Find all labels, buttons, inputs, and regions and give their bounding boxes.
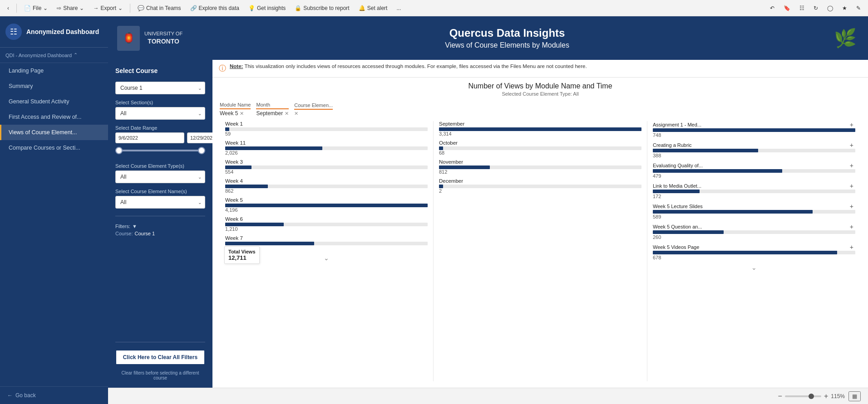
report-subtitle: Views of Course Elements by Modules — [182, 41, 832, 49]
bar-row — [225, 185, 428, 188]
bar-fill — [225, 223, 284, 226]
star-btn[interactable]: ★ — [838, 3, 851, 13]
element-bar-item[interactable]: Creating a Rubric + 388 — [653, 141, 855, 158]
sidebar-go-back[interactable]: ← Go back — [0, 386, 108, 404]
explore-btn[interactable]: 🔗 Explore this data — [187, 3, 243, 13]
date-range-row — [115, 132, 205, 143]
page-fit-btn[interactable]: ▦ — [848, 391, 861, 401]
element-bar-count: 388 — [653, 153, 855, 158]
section-select-wrapper: All ⌄ — [115, 107, 205, 120]
zoom-control: − + 115% — [778, 392, 845, 400]
bar-fill — [653, 149, 758, 152]
course-select[interactable]: Course 1 — [115, 82, 205, 94]
element-bar-item[interactable]: Week 5 Lecture Slides + 589 — [653, 203, 855, 219]
bar-fill — [439, 127, 641, 131]
fullscreen-btn[interactable]: ◯ — [824, 3, 837, 13]
sidebar-title: Anonymized Dashboard — [26, 28, 99, 35]
zoom-slider[interactable] — [785, 395, 821, 397]
element-bar-name: Link to Media Outlet... — [653, 183, 848, 189]
module-bar-item[interactable]: Week 5 4,196 — [225, 197, 428, 213]
sidebar-item-first-access[interactable]: First Access and Review of... — [0, 109, 108, 125]
range-thumb-left[interactable] — [115, 147, 123, 154]
element-bar-plus[interactable]: + — [848, 182, 855, 190]
bar-name: Week 4 — [225, 178, 428, 184]
zoom-out-btn[interactable]: − — [778, 392, 782, 400]
sidebar-item-compare[interactable]: Compare Courses or Secti... — [0, 140, 108, 156]
bar-track — [653, 128, 855, 132]
bar-track — [225, 223, 428, 226]
sidebar-item-views[interactable]: Views of Course Element... — [0, 125, 108, 140]
module-bar-item[interactable]: Week 11 2,026 — [225, 140, 428, 156]
file-btn[interactable]: 📄 File ⌄ — [20, 3, 51, 13]
bar-row — [439, 165, 641, 169]
bookmark-btn[interactable]: 🔖 — [780, 3, 794, 13]
element-bar-plus[interactable]: + — [848, 203, 855, 210]
element-bar-item[interactable]: Week 5 Question an... + 260 — [653, 223, 855, 240]
bar-fill — [439, 146, 443, 150]
range-thumb-right[interactable] — [198, 147, 205, 154]
more-btn[interactable]: ... — [393, 3, 404, 13]
zoom-thumb[interactable] — [809, 394, 814, 399]
element-bar-name: Week 5 Lecture Slides — [653, 204, 848, 209]
element-bars-container: Assignment 1 - Med... + 748 Creating a R… — [653, 121, 855, 260]
bar-track — [653, 251, 855, 254]
export-btn[interactable]: → Export ⌄ — [89, 3, 126, 13]
date-start-input[interactable] — [115, 132, 184, 143]
element-bar-plus[interactable]: + — [848, 243, 855, 251]
element-bar-item[interactable]: Evaluating Quality of... + 479 — [653, 162, 855, 179]
month-bar-item[interactable]: November 812 — [439, 159, 641, 175]
section-select[interactable]: All — [115, 107, 205, 120]
filters-dropdown-icon: ▼ — [132, 224, 137, 229]
module-name-chip: Module Name Week 5 ✕ — [220, 102, 251, 117]
element-bar-plus[interactable]: + — [848, 121, 855, 128]
module-bar-item[interactable]: Week 4 862 — [225, 178, 428, 194]
zoom-in-btn[interactable]: + — [824, 392, 828, 400]
month-bar-item[interactable]: September 3,314 September 3,314 — [439, 121, 641, 136]
element-bar-item[interactable]: Link to Media Outlet... + 172 — [653, 182, 855, 199]
sidebar-item-summary[interactable]: Summary — [0, 78, 108, 94]
element-bar-plus[interactable]: + — [848, 162, 855, 169]
element-bar-plus[interactable]: + — [848, 141, 855, 149]
file-icon: 📄 — [24, 5, 31, 11]
note-text: Note: This visualization only includes v… — [230, 63, 862, 69]
col3-scroll-down[interactable]: ⌄ — [653, 264, 855, 271]
subscribe-icon: 🔒 — [295, 5, 301, 11]
element-bar-plus[interactable]: + — [848, 223, 855, 230]
sidebar-breadcrumb[interactable]: QDI - Anonymized Dashboard ⌃ — [0, 48, 108, 63]
back-btn[interactable]: ‹ — [4, 3, 13, 13]
clear-filters-btn[interactable]: Click Here to Clear All Filters — [115, 350, 205, 365]
bar-fill — [653, 190, 700, 193]
module-bar-item[interactable]: Week 3 554 — [225, 159, 428, 175]
undo-btn[interactable]: ↶ — [766, 3, 778, 13]
date-range-label: Select Date Range — [115, 125, 205, 131]
alert-btn[interactable]: 🔔 Set alert — [355, 3, 391, 13]
element-bar-item[interactable]: Week 5 Videos Page + 678 — [653, 243, 855, 260]
filters-section: Filters: ▼ Course: Course 1 — [115, 224, 205, 236]
module-bar-item[interactable]: Week 6 1,210 — [225, 216, 428, 232]
share-btn[interactable]: ⇨ Share ⌄ — [53, 3, 88, 13]
insights-btn[interactable]: 💡 Get insights — [245, 3, 289, 13]
chat-btn[interactable]: 💬 Chat in Teams — [134, 3, 184, 13]
date-end-input[interactable] — [187, 132, 212, 143]
element-name-select[interactable]: All — [115, 196, 205, 209]
element-type-select[interactable]: All — [115, 170, 205, 183]
element-clear[interactable]: ✕ — [294, 111, 298, 117]
bar-name: Week 1 — [225, 121, 428, 127]
module-name-clear[interactable]: ✕ — [240, 111, 244, 117]
month-clear[interactable]: ✕ — [285, 111, 289, 117]
sidebar-item-general[interactable]: General Student Activity — [0, 94, 108, 109]
bar-fill — [225, 127, 229, 131]
refresh-btn[interactable]: ↻ — [810, 3, 822, 13]
range-slider[interactable] — [115, 146, 205, 155]
subscribe-btn[interactable]: 🔒 Subscribe to report — [291, 3, 353, 13]
filter-divider-2 — [115, 342, 205, 342]
layout-btn[interactable]: ☷ — [796, 3, 808, 13]
sidebar-item-landing[interactable]: Landing Page — [0, 63, 108, 78]
chart-area: Number of Views by Module Name and Time … — [212, 78, 868, 388]
bar-name: September — [439, 121, 641, 127]
month-bar-item[interactable]: December 2 — [439, 178, 641, 194]
month-bar-item[interactable]: October 68 — [439, 140, 641, 156]
module-bar-item[interactable]: Week 1 59 — [225, 121, 428, 136]
edit-btn[interactable]: ✎ — [853, 3, 864, 13]
element-bar-item[interactable]: Assignment 1 - Med... + 748 — [653, 121, 855, 138]
